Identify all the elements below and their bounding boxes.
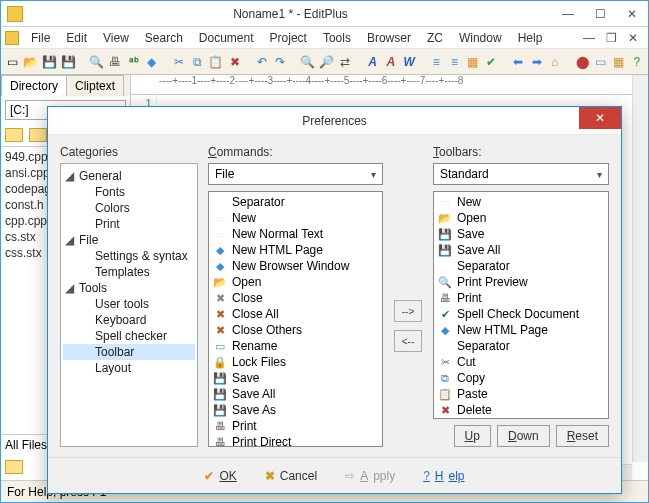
cancel-button[interactable]: ✖Cancel: [265, 469, 317, 483]
tree-item-keyboard[interactable]: Keyboard: [63, 312, 195, 328]
list-item[interactable]: ⧉Copy: [434, 370, 608, 386]
list-item[interactable]: ▭New: [434, 194, 608, 210]
tree-item-layout[interactable]: Layout: [63, 360, 195, 376]
commands-list[interactable]: Separator▭New▭New Normal Text◆New HTML P…: [208, 191, 383, 447]
tree-item-tools[interactable]: ◢Tools: [63, 280, 195, 296]
list-item[interactable]: 💾Save: [209, 370, 382, 386]
browser-back-icon[interactable]: ⬅: [511, 53, 525, 70]
wordwrap-icon[interactable]: W: [402, 53, 416, 70]
list-item[interactable]: 📂Open: [209, 274, 382, 290]
copy-icon[interactable]: ⧉: [190, 53, 204, 70]
reset-button[interactable]: Reset: [556, 425, 609, 447]
browser-fwd-icon[interactable]: ➡: [529, 53, 543, 70]
tree-item-general[interactable]: ◢General: [63, 168, 195, 184]
list-item[interactable]: 🖶Print: [209, 418, 382, 434]
ok-button[interactable]: ✔OK: [204, 469, 236, 483]
maximize-button[interactable]: ☐: [584, 3, 616, 25]
tool2-icon[interactable]: ▭: [593, 53, 607, 70]
column-icon[interactable]: ▦: [466, 53, 480, 70]
tree-item-settings-syntax[interactable]: Settings & syntax: [63, 248, 195, 264]
list-item[interactable]: 📋Paste: [434, 386, 608, 402]
list-item[interactable]: 🖶Print: [434, 290, 608, 306]
list-item[interactable]: ◆New HTML Page: [209, 242, 382, 258]
cut-icon[interactable]: ✂: [172, 53, 186, 70]
font-red-icon[interactable]: A: [384, 53, 398, 70]
tree-item-colors[interactable]: Colors: [63, 200, 195, 216]
delete-icon[interactable]: ✖: [227, 53, 241, 70]
list-item[interactable]: 💾Save All: [434, 242, 608, 258]
list-item[interactable]: 🔒Lock Files: [209, 354, 382, 370]
list-item[interactable]: 💾Save As: [209, 402, 382, 418]
font-blue-icon[interactable]: A: [366, 53, 380, 70]
commands-combo[interactable]: File ▾: [208, 163, 383, 185]
menu-help[interactable]: Help: [510, 29, 551, 47]
tree-item-user-tools[interactable]: User tools: [63, 296, 195, 312]
tool4-icon[interactable]: ?: [630, 53, 644, 70]
mdi-close-button[interactable]: ✕: [622, 29, 644, 47]
minimize-button[interactable]: —: [552, 3, 584, 25]
list-item[interactable]: ✖Close All: [209, 306, 382, 322]
toolbars-list[interactable]: ▭New📂Open💾Save💾Save AllSeparator🔍Print P…: [433, 191, 609, 419]
tree-item-templates[interactable]: Templates: [63, 264, 195, 280]
spellcheck-icon[interactable]: ᵃᵇ: [127, 53, 141, 70]
browser-home-icon[interactable]: ⌂: [548, 53, 562, 70]
apply-button[interactable]: ⇨Apply: [345, 469, 395, 483]
vertical-scrollbar[interactable]: [632, 75, 648, 462]
save-icon[interactable]: 💾: [42, 53, 57, 70]
menu-tools[interactable]: Tools: [315, 29, 359, 47]
menu-search[interactable]: Search: [137, 29, 191, 47]
menu-edit[interactable]: Edit: [58, 29, 95, 47]
menu-view[interactable]: View: [95, 29, 137, 47]
tool1-icon[interactable]: ⬤: [575, 53, 589, 70]
print-icon[interactable]: 🖶: [108, 53, 122, 70]
up-button[interactable]: Up: [454, 425, 491, 447]
redo-icon[interactable]: ↷: [273, 53, 287, 70]
list-item[interactable]: ▭New Normal Text: [209, 226, 382, 242]
list-item[interactable]: Separator: [434, 338, 608, 354]
down-button[interactable]: Down: [497, 425, 550, 447]
window-close-button[interactable]: ✕: [616, 3, 648, 25]
mdi-restore-button[interactable]: ❐: [600, 29, 622, 47]
find-next-icon[interactable]: 🔎: [319, 53, 334, 70]
menu-document[interactable]: Document: [191, 29, 262, 47]
dialog-close-button[interactable]: ✕: [579, 107, 621, 129]
tree-item-file[interactable]: ◢File: [63, 232, 195, 248]
tree-item-toolbar[interactable]: Toolbar: [63, 344, 195, 360]
list-item[interactable]: ✔Spell Check Document: [434, 306, 608, 322]
replace-icon[interactable]: ⇄: [338, 53, 352, 70]
tab-cliptext[interactable]: Cliptext: [66, 75, 124, 96]
toolbars-combo[interactable]: Standard ▾: [433, 163, 609, 185]
tool3-icon[interactable]: ▦: [611, 53, 625, 70]
save-all-icon[interactable]: 💾: [61, 53, 76, 70]
remove-button[interactable]: <--: [394, 330, 422, 352]
list-item[interactable]: 🖶Print Direct: [209, 434, 382, 447]
print-preview-icon[interactable]: 🔍: [89, 53, 104, 70]
tree-item-spell-checker[interactable]: Spell checker: [63, 328, 195, 344]
list-item[interactable]: ✖Delete: [434, 402, 608, 418]
list-item[interactable]: ✖Close: [209, 290, 382, 306]
menu-window[interactable]: Window: [451, 29, 510, 47]
list-item[interactable]: ◆New Browser Window: [209, 258, 382, 274]
list-item[interactable]: 💾Save All: [209, 386, 382, 402]
menu-file[interactable]: File: [23, 29, 58, 47]
list-item[interactable]: 🔍Print Preview: [434, 274, 608, 290]
outdent-icon[interactable]: ≡: [447, 53, 461, 70]
paste-icon[interactable]: 📋: [208, 53, 223, 70]
html-icon[interactable]: ◆: [145, 53, 159, 70]
list-item[interactable]: ◆New HTML Page: [434, 322, 608, 338]
list-item[interactable]: Separator: [209, 194, 382, 210]
list-item[interactable]: ▭New: [209, 210, 382, 226]
list-item[interactable]: ▭Rename: [209, 338, 382, 354]
list-item[interactable]: 💾Save: [434, 226, 608, 242]
categories-tree[interactable]: ◢GeneralFontsColorsPrint◢FileSettings & …: [60, 163, 198, 447]
check-icon[interactable]: ✔: [484, 53, 498, 70]
menu-project[interactable]: Project: [262, 29, 315, 47]
menu-zc[interactable]: ZC: [419, 29, 451, 47]
tree-item-print[interactable]: Print: [63, 216, 195, 232]
open-icon[interactable]: 📂: [23, 53, 38, 70]
tree-item-fonts[interactable]: Fonts: [63, 184, 195, 200]
menu-browser[interactable]: Browser: [359, 29, 419, 47]
add-button[interactable]: -->: [394, 300, 422, 322]
indent-icon[interactable]: ≡: [429, 53, 443, 70]
list-item[interactable]: Separator: [434, 258, 608, 274]
